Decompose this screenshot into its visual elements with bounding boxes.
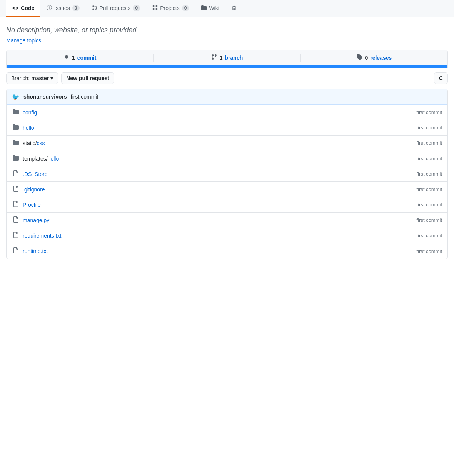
repo-description: No description, website, or topics provi… <box>6 26 448 34</box>
tab-code[interactable]: <> Code <box>6 0 40 17</box>
pull-requests-icon <box>92 5 97 12</box>
file-commit-message: first commit <box>417 217 442 223</box>
file-row: .gitignore first commit <box>7 182 447 197</box>
tab-code-label: Code <box>21 5 34 11</box>
tab-projects[interactable]: Projects 0 <box>146 0 195 17</box>
file-commit-message: first commit <box>417 233 442 238</box>
file-name-link[interactable]: Procfile <box>23 202 417 208</box>
releases-link[interactable]: releases <box>370 55 392 61</box>
file-name-link[interactable]: .gitignore <box>23 186 417 193</box>
projects-icon <box>152 5 158 12</box>
stats-bar: 1 commit 1 branch 0 releases <box>6 50 448 65</box>
tab-pr-label: Pull requests <box>100 5 131 11</box>
file-row: runtime.txt first commit <box>7 243 447 259</box>
commits-link[interactable]: commit <box>77 55 97 61</box>
branches-link[interactable]: branch <box>225 55 243 61</box>
tab-pull-requests[interactable]: Pull requests 0 <box>86 0 147 17</box>
file-row: static/css first commit <box>7 136 447 151</box>
latest-commit-row: 🐦 shonansurvivors first commit <box>7 89 447 105</box>
tab-wiki[interactable]: Wiki <box>195 0 225 17</box>
branches-icon <box>211 54 217 62</box>
file-commit-message: first commit <box>417 109 442 115</box>
file-name-link[interactable]: css <box>37 140 45 146</box>
manage-topics-link[interactable]: Manage topics <box>6 37 41 44</box>
file-name-link[interactable]: hello <box>23 125 417 131</box>
file-commit-message: first commit <box>417 171 442 177</box>
file-name-link[interactable]: hello <box>48 156 59 162</box>
file-commit-message: first commit <box>417 186 442 192</box>
issues-icon: ⓘ <box>47 5 52 12</box>
clone-button[interactable]: C <box>434 72 448 84</box>
file-icon <box>12 232 20 240</box>
file-row: Procfile first commit <box>7 197 447 213</box>
stat-branches[interactable]: 1 branch <box>154 54 300 62</box>
file-row: manage.py first commit <box>7 213 447 228</box>
commit-message: first commit <box>71 94 98 100</box>
file-path-prefix: static/ <box>23 140 37 146</box>
tab-insights[interactable] <box>225 0 243 17</box>
branch-name-label: master <box>31 75 49 81</box>
file-row: templates/hello first commit <box>7 151 447 166</box>
branch-prefix-label: Branch: <box>11 75 30 81</box>
releases-count: 0 <box>365 55 368 61</box>
file-name-link[interactable]: runtime.txt <box>23 248 417 254</box>
branches-count: 1 <box>220 55 223 61</box>
clone-label: C <box>439 75 443 81</box>
file-path-prefix: templates/ <box>23 156 48 162</box>
commits-count: 1 <box>72 55 75 61</box>
file-row: hello first commit <box>7 120 447 136</box>
file-commit-message: first commit <box>417 202 442 208</box>
new-pull-request-button[interactable]: New pull request <box>61 72 114 84</box>
tab-wiki-label: Wiki <box>209 5 219 11</box>
folder-icon <box>12 139 20 147</box>
file-commit-message: first commit <box>417 140 442 146</box>
folder-icon <box>12 124 20 132</box>
file-name-display: templates/hello <box>23 156 417 162</box>
file-icon <box>12 201 20 209</box>
tab-bar: <> Code ⓘ Issues 0 Pull requests 0 Proje… <box>0 0 454 17</box>
file-name-link[interactable]: manage.py <box>23 217 417 223</box>
wiki-icon <box>201 5 207 12</box>
tab-projects-label: Projects <box>160 5 180 11</box>
file-icon <box>12 247 20 255</box>
description-area: No description, website, or topics provi… <box>0 17 454 50</box>
branch-selector[interactable]: Branch: master ▾ <box>6 72 58 84</box>
file-table: 🐦 shonansurvivors first commit config fi… <box>6 89 448 259</box>
commits-icon <box>63 54 70 62</box>
insights-icon <box>232 5 237 12</box>
chevron-down-icon: ▾ <box>50 75 53 81</box>
file-commit-message: first commit <box>417 156 442 161</box>
file-name-link[interactable]: .DS_Store <box>23 171 417 177</box>
folder-icon <box>12 155 20 163</box>
file-commit-message: first commit <box>417 248 442 254</box>
code-icon: <> <box>12 5 18 11</box>
file-name-link[interactable]: config <box>23 109 417 116</box>
file-row: config first commit <box>7 105 447 120</box>
commit-author-avatar: 🐦 <box>12 93 20 101</box>
pr-badge: 0 <box>133 5 140 11</box>
issues-badge: 0 <box>72 5 80 11</box>
commit-author-name[interactable]: shonansurvivors <box>23 94 67 100</box>
tab-issues-label: Issues <box>54 5 70 11</box>
file-commit-message: first commit <box>417 125 442 131</box>
file-icon <box>12 186 20 193</box>
file-icon <box>12 216 20 224</box>
projects-badge: 0 <box>182 5 189 11</box>
repo-toolbar: Branch: master ▾ New pull request C <box>0 68 454 89</box>
file-icon <box>12 170 20 178</box>
file-name-link[interactable]: requirements.txt <box>23 233 417 239</box>
stat-releases[interactable]: 0 releases <box>301 54 447 62</box>
folder-icon <box>12 109 20 116</box>
file-row: requirements.txt first commit <box>7 228 447 243</box>
file-row: .DS_Store first commit <box>7 166 447 182</box>
file-name-display: static/css <box>23 140 417 146</box>
tab-issues[interactable]: ⓘ Issues 0 <box>40 0 85 17</box>
stat-commits[interactable]: 1 commit <box>7 54 154 62</box>
releases-icon <box>356 54 362 62</box>
